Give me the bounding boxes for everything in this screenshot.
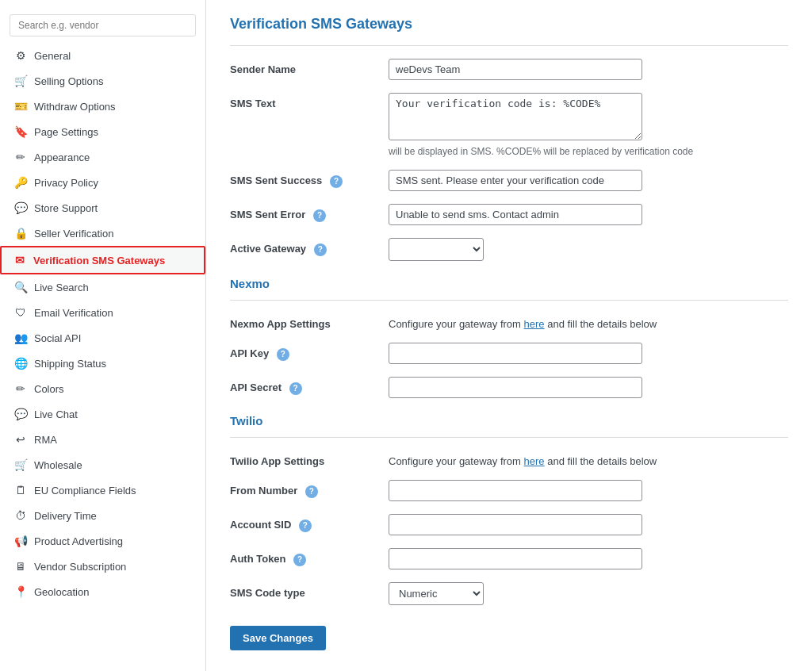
sidebar-label-appearance: Appearance	[34, 151, 90, 163]
twilio-account-sid-label: Account SID ?	[230, 514, 389, 532]
sidebar-icon-email-verification: 🛡	[13, 306, 28, 319]
sidebar-item-geolocation[interactable]: 📍Geolocation	[0, 579, 205, 604]
sidebar-item-vendor-subscription[interactable]: 🖥Vendor Subscription	[0, 554, 205, 579]
nexmo-api-key-help-icon[interactable]: ?	[277, 348, 289, 361]
twilio-auth-token-row: Auth Token ?	[230, 548, 788, 569]
sender-name-input[interactable]	[389, 59, 642, 80]
sidebar-label-verification-sms-gateways: Verification SMS Gateways	[33, 255, 165, 266]
twilio-auth-token-help-icon[interactable]: ?	[293, 554, 306, 566]
nexmo-api-secret-row: API Secret ?	[230, 377, 788, 398]
sidebar-icon-colors: ✏	[13, 382, 28, 395]
twilio-sms-code-type-row: SMS Code type NumericAlphanumeric	[230, 582, 788, 605]
nexmo-api-key-input[interactable]	[389, 343, 642, 364]
sidebar-item-eu-compliance-fields[interactable]: 🗒EU Compliance Fields	[0, 477, 205, 503]
twilio-account-sid-input[interactable]	[389, 514, 642, 535]
sidebar-label-delivery-time: Delivery Time	[34, 510, 97, 522]
sidebar-item-page-settings[interactable]: 🔖Page Settings	[0, 119, 205, 144]
sidebar-item-wholesale[interactable]: 🛒Wholesale	[0, 452, 205, 477]
sidebar-item-colors[interactable]: ✏Colors	[0, 376, 205, 401]
sidebar-item-live-search[interactable]: 🔍Live Search	[0, 274, 205, 300]
sidebar-item-withdraw-options[interactable]: 🎫Withdraw Options	[0, 94, 205, 119]
sidebar-label-geolocation: Geolocation	[34, 586, 89, 598]
sidebar-label-page-settings: Page Settings	[34, 126, 98, 138]
main-content: Verification SMS Gateways Sender Name SM…	[206, 0, 812, 671]
save-changes-button[interactable]: Save Changes	[230, 626, 326, 650]
sms-sent-error-field	[389, 204, 788, 225]
sidebar-item-shipping-status[interactable]: 🌐Shipping Status	[0, 351, 205, 376]
sidebar-icon-rma: ↩	[13, 433, 28, 446]
sidebar-icon-product-advertising: 📢	[13, 535, 28, 547]
sidebar-icon-live-search: 🔍	[13, 281, 28, 293]
sidebar-item-privacy-policy[interactable]: 🔑Privacy Policy	[0, 170, 205, 195]
nexmo-api-key-row: API Key ?	[230, 343, 788, 364]
sidebar-label-colors: Colors	[34, 383, 64, 395]
nexmo-here-link[interactable]: here	[524, 318, 545, 330]
sidebar-label-seller-verification: Seller Verification	[34, 228, 113, 240]
twilio-divider	[230, 437, 788, 438]
sidebar-item-product-advertising[interactable]: 📢Product Advertising	[0, 528, 205, 554]
nexmo-api-secret-input[interactable]	[389, 377, 642, 398]
twilio-account-sid-field	[389, 514, 788, 535]
search-input[interactable]	[10, 14, 196, 36]
sidebar-item-general[interactable]: ⚙General	[0, 43, 205, 68]
page-title: Verification SMS Gateways	[230, 16, 788, 33]
twilio-app-settings-label: Twilio App Settings	[230, 451, 389, 467]
active-gateway-label: Active Gateway ?	[230, 238, 389, 256]
sidebar-item-social-api[interactable]: 👥Social API	[0, 325, 205, 351]
sidebar-icon-page-settings: 🔖	[13, 125, 28, 138]
twilio-auth-token-input[interactable]	[389, 548, 642, 569]
sidebar-icon-selling-options: 🛒	[13, 75, 28, 87]
sms-text-row: SMS Text Your verification code is: %COD…	[230, 93, 788, 157]
sidebar-item-verification-sms-gateways[interactable]: ✉Verification SMS Gateways	[0, 246, 205, 274]
twilio-here-link[interactable]: here	[524, 455, 545, 467]
sidebar-item-store-support[interactable]: 💬Store Support	[0, 195, 205, 220]
nexmo-api-secret-label: API Secret ?	[230, 377, 389, 395]
sidebar-item-rma[interactable]: ↩RMA	[0, 427, 205, 452]
active-gateway-select[interactable]: NexmoTwilio	[389, 238, 484, 261]
twilio-app-settings-desc: Configure your gateway from here and fil…	[389, 451, 788, 467]
sidebar-label-live-chat: Live Chat	[34, 408, 78, 420]
twilio-from-number-help-icon[interactable]: ?	[305, 485, 318, 498]
sms-text-field: Your verification code is: %CODE% will b…	[389, 93, 788, 157]
sms-sent-success-help-icon[interactable]: ?	[330, 175, 343, 188]
sms-sent-success-input[interactable]	[389, 170, 642, 191]
sms-text-input[interactable]: Your verification code is: %CODE%	[389, 93, 642, 140]
twilio-sms-code-type-select[interactable]: NumericAlphanumeric	[389, 582, 484, 605]
twilio-from-number-input[interactable]	[389, 480, 642, 501]
sidebar-item-live-chat[interactable]: 💬Live Chat	[0, 401, 205, 427]
sidebar-item-seller-verification[interactable]: 🔒Seller Verification	[0, 220, 205, 246]
sidebar-label-product-advertising: Product Advertising	[34, 535, 123, 547]
twilio-account-sid-help-icon[interactable]: ?	[299, 520, 312, 532]
sidebar-label-eu-compliance-fields: EU Compliance Fields	[34, 485, 136, 497]
sidebar-label-store-support: Store Support	[34, 202, 98, 214]
sidebar-item-delivery-time[interactable]: ⏱Delivery Time	[0, 503, 205, 528]
active-gateway-field: NexmoTwilio	[389, 238, 788, 261]
twilio-title: Twilio	[230, 414, 788, 428]
twilio-sms-code-type-field: NumericAlphanumeric	[389, 582, 788, 605]
active-gateway-row: Active Gateway ? NexmoTwilio	[230, 238, 788, 261]
nexmo-app-settings-label: Nexmo App Settings	[230, 313, 389, 330]
active-gateway-help-icon[interactable]: ?	[314, 243, 327, 256]
sidebar-label-vendor-subscription: Vendor Subscription	[34, 561, 126, 573]
twilio-auth-token-field	[389, 548, 788, 569]
twilio-account-sid-row: Account SID ?	[230, 514, 788, 535]
sidebar-label-selling-options: Selling Options	[34, 75, 103, 87]
sms-sent-error-input[interactable]	[389, 204, 642, 225]
top-divider	[230, 45, 788, 46]
sidebar-item-appearance[interactable]: ✏Appearance	[0, 144, 205, 170]
nexmo-api-key-field	[389, 343, 788, 364]
sms-sent-success-label: SMS Sent Success ?	[230, 170, 389, 188]
nexmo-title: Nexmo	[230, 277, 788, 290]
nexmo-api-secret-help-icon[interactable]: ?	[289, 382, 302, 395]
sender-name-row: Sender Name	[230, 59, 788, 80]
sms-sent-success-field	[389, 170, 788, 191]
sidebar-item-email-verification[interactable]: 🛡Email Verification	[0, 300, 205, 325]
twilio-from-number-label: From Number ?	[230, 480, 389, 498]
sidebar-item-selling-options[interactable]: 🛒Selling Options	[0, 68, 205, 94]
twilio-sms-code-type-label: SMS Code type	[230, 582, 389, 599]
sidebar-icon-geolocation: 📍	[13, 585, 28, 598]
twilio-app-settings-row: Twilio App Settings Configure your gatew…	[230, 451, 788, 467]
nexmo-app-settings-row: Nexmo App Settings Configure your gatewa…	[230, 313, 788, 330]
nexmo-api-key-label: API Key ?	[230, 343, 389, 361]
sms-sent-error-help-icon[interactable]: ?	[313, 209, 326, 222]
